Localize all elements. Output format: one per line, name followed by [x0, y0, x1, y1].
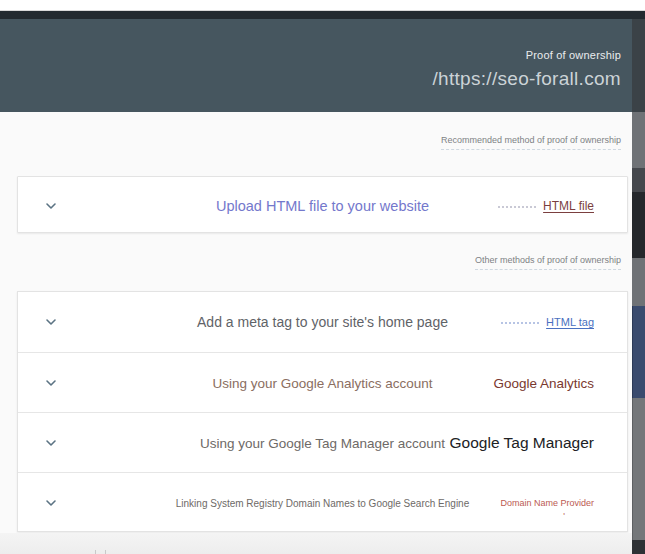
edge-segment [632, 540, 645, 554]
edge-segment [632, 258, 645, 306]
edge-segment [632, 306, 645, 398]
edge-segment [632, 168, 645, 192]
method-label-google-analytics[interactable]: Google Analytics [493, 375, 594, 390]
footnote-artifact: ' [563, 511, 565, 521]
proof-of-ownership-header: Proof of ownership /https://seo-forall.c… [0, 19, 645, 112]
dotted-artifact [498, 205, 536, 208]
site-url: /https://seo-forall.com [0, 68, 621, 90]
method-row-google-tag-manager[interactable]: Using your Google Tag Manager account Go… [18, 412, 627, 472]
method-row-domain-name-provider[interactable]: Linking System Registry Domain Names to … [18, 472, 627, 532]
header-eyebrow: Proof of ownership [0, 49, 621, 61]
recommended-section-label: Recommended method of proof of ownership [441, 135, 621, 150]
method-row-google-analytics[interactable]: Using your Google Analytics account Goog… [18, 352, 627, 412]
method-row-html-tag[interactable]: Add a meta tag to your site's home page … [18, 292, 627, 352]
method-label-domain-name-provider[interactable]: Domain Name Provider [500, 498, 594, 508]
method-link-html-tag[interactable]: HTML tag [501, 316, 594, 328]
method-card-html-file[interactable]: Upload HTML file to your website HTML fi… [17, 176, 628, 233]
edge-segment [632, 192, 645, 258]
background-window-edge [632, 19, 645, 554]
bottom-tick-artifacts [95, 543, 115, 551]
method-link-html-file[interactable]: HTML file [498, 199, 594, 213]
window-titlebar [0, 11, 645, 19]
other-section-label: Other methods of proof of ownership [475, 255, 621, 270]
other-methods-card-group: Add a meta tag to your site's home page … [17, 291, 628, 532]
edge-segment [632, 112, 645, 168]
top-window-strip [0, 0, 645, 11]
edge-segment [632, 19, 645, 112]
edge-segment [632, 398, 645, 540]
method-row[interactable]: Upload HTML file to your website HTML fi… [18, 177, 627, 234]
method-label-google-tag-manager[interactable]: Google Tag Manager [450, 434, 594, 452]
dotted-artifact [501, 321, 539, 324]
